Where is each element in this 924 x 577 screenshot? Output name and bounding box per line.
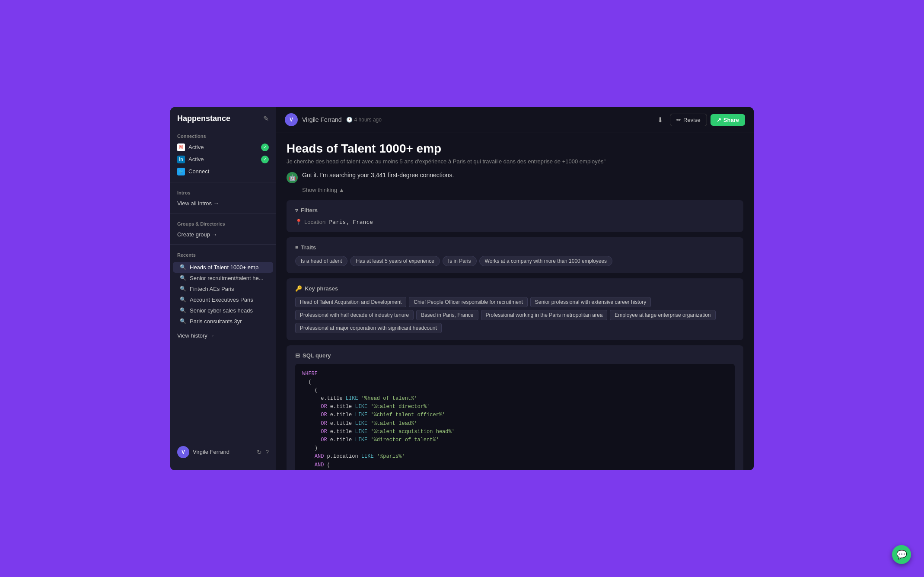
view-history-link[interactable]: View history →	[170, 330, 276, 341]
location-value: Paris, France	[329, 219, 373, 225]
topbar-avatar: V	[285, 113, 298, 126]
location-filter-row: 📍 Location Paris, France	[295, 219, 735, 225]
share-icon: ↗	[717, 117, 721, 123]
phrase-7: Professional at major corporation with s…	[295, 323, 442, 333]
trait-3: Works at a company with more than 1000 e…	[479, 256, 613, 266]
phrase-4: Based in Paris, France	[416, 310, 478, 320]
recent-item-4[interactable]: 🔍 Senior cyber sales heads	[173, 305, 273, 316]
search-icon-0: 🔍	[180, 264, 186, 270]
sidebar-avatar: V	[177, 446, 189, 458]
sidebar: Happenstance ✎ Connections M Active ✓ in…	[170, 107, 276, 470]
phrase-5: Professional working in the Paris metrop…	[481, 310, 608, 320]
key-phrases-title: 🔑 Key phrases	[295, 285, 735, 292]
sidebar-bottom-icons: ↻ ?	[257, 449, 269, 456]
intros-label: Intros	[170, 187, 276, 198]
filters-card: ▿ Filters 📍 Location Paris, France	[287, 200, 743, 232]
trait-2: Is in Paris	[443, 256, 477, 266]
sidebar-connection-gmail[interactable]: M Active ✓	[170, 141, 276, 153]
connections-label: Connections	[170, 130, 276, 141]
twitter-icon: 🐦	[177, 168, 185, 175]
view-all-intros-link[interactable]: View all intros →	[170, 198, 276, 209]
ai-avatar-icon: 🤖	[287, 172, 298, 183]
phrase-0: Head of Talent Acquisition and Developme…	[295, 297, 406, 307]
sql-card: ⊟ SQL query WHERE ( ( e.title LIKE '%hea…	[287, 345, 743, 470]
chevron-up-icon: ▲	[339, 187, 344, 193]
download-button[interactable]: ⬇	[654, 113, 666, 127]
recents-list: 🔍 Heads of Talent 1000+ emp 🔍 Senior rec…	[170, 262, 276, 327]
topbar-time: 🕐 4 hours ago	[346, 117, 382, 123]
traits-card: ≡ Traits Is a head of talent Has at leas…	[287, 237, 743, 273]
page-subtitle: Je cherche des head of talent avec au mo…	[287, 158, 743, 165]
share-label: Share	[723, 117, 739, 123]
main-content: V Virgile Ferrand 🕐 4 hours ago ⬇ ✏ Revi…	[276, 107, 754, 470]
location-key: 📍 Location	[295, 219, 325, 225]
location-icon: 📍	[295, 219, 302, 225]
phrase-6: Employee at large enterprise organizatio…	[610, 310, 715, 320]
search-icon-3: 🔍	[180, 296, 186, 303]
recent-item-1[interactable]: 🔍 Senior recruitment/talent he...	[173, 273, 273, 284]
filters-title: ▿ Filters	[295, 207, 735, 214]
traits-title: ≡ Traits	[295, 244, 735, 251]
trait-1: Has at least 5 years of experience	[350, 256, 440, 266]
history-icon[interactable]: ↻	[257, 449, 262, 456]
traits-list: Is a head of talent Has at least 5 years…	[295, 256, 735, 266]
sidebar-user-name: Virgile Ferrand	[193, 449, 253, 455]
traits-icon: ≡	[295, 244, 299, 251]
filter-icon: ▿	[295, 207, 298, 214]
clock-icon: 🕐	[346, 117, 353, 123]
twitter-label: Connect	[188, 168, 269, 175]
divider-2	[170, 213, 276, 214]
groups-label: Groups & Directories	[170, 218, 276, 229]
phrase-2: Senior professional with extensive caree…	[530, 297, 651, 307]
search-icon-1: 🔍	[180, 275, 186, 281]
divider-1	[170, 182, 276, 182]
phrase-1: Chief People Officer responsible for rec…	[409, 297, 528, 307]
recent-item-2[interactable]: 🔍 Fintech AEs Paris	[173, 284, 273, 294]
top-bar-right: ⬇ ✏ Revise ↗ Share	[654, 113, 745, 127]
key-phrases-list: Head of Talent Acquisition and Developme…	[295, 297, 735, 333]
gmail-status-icon: ✓	[261, 143, 269, 151]
sidebar-bottom: V Virgile Ferrand ↻ ?	[170, 441, 276, 463]
revise-icon: ✏	[676, 117, 681, 123]
recent-item-5[interactable]: 🔍 Paris consultants 3yr	[173, 316, 273, 327]
sql-code-block: WHERE ( ( e.title LIKE '%head of talent%…	[295, 364, 735, 470]
key-icon: 🔑	[295, 285, 302, 292]
help-icon[interactable]: ?	[265, 449, 269, 456]
recent-item-3[interactable]: 🔍 Account Executives Paris	[173, 294, 273, 305]
sql-title: ⊟ SQL query	[295, 352, 735, 359]
sql-icon: ⊟	[295, 352, 300, 359]
search-icon-2: 🔍	[180, 286, 186, 292]
sidebar-header: Happenstance ✎	[170, 114, 276, 130]
create-group-link[interactable]: Create group →	[170, 229, 276, 240]
revise-button[interactable]: ✏ Revise	[670, 114, 707, 126]
topbar-username: Virgile Ferrand	[302, 116, 342, 123]
chat-float-button[interactable]: 💬	[892, 545, 911, 564]
recents-label: Recents	[170, 249, 276, 260]
sidebar-connection-twitter[interactable]: 🐦 Connect	[170, 166, 276, 178]
sidebar-connection-linkedin[interactable]: in Active ✓	[170, 153, 276, 166]
ai-message: 🤖 Got it. I'm searching your 3,441 first…	[287, 172, 743, 183]
edit-icon[interactable]: ✎	[263, 115, 269, 123]
show-thinking-toggle[interactable]: Show thinking ▲	[302, 187, 743, 193]
gmail-icon: M	[177, 143, 185, 151]
linkedin-label: Active	[188, 156, 258, 163]
top-bar-left: V Virgile Ferrand 🕐 4 hours ago	[285, 113, 382, 126]
linkedin-status-icon: ✓	[261, 156, 269, 163]
gmail-label: Active	[188, 144, 258, 150]
linkedin-icon: in	[177, 156, 185, 163]
key-phrases-card: 🔑 Key phrases Head of Talent Acquisition…	[287, 278, 743, 340]
app-logo: Happenstance	[177, 114, 230, 123]
divider-3	[170, 244, 276, 245]
search-icon-4: 🔍	[180, 307, 186, 313]
phrase-3: Professional with half decade of industr…	[295, 310, 414, 320]
recent-item-0[interactable]: 🔍 Heads of Talent 1000+ emp	[173, 262, 273, 273]
trait-0: Is a head of talent	[295, 256, 347, 266]
show-thinking-label: Show thinking	[302, 187, 337, 193]
share-button[interactable]: ↗ Share	[711, 114, 745, 126]
search-icon-5: 🔍	[180, 318, 186, 324]
ai-message-text: Got it. I'm searching your 3,441 first-d…	[302, 172, 454, 179]
top-bar: V Virgile Ferrand 🕐 4 hours ago ⬇ ✏ Revi…	[276, 107, 754, 133]
page-title: Heads of Talent 1000+ emp	[287, 142, 743, 156]
page-body: Heads of Talent 1000+ emp Je cherche des…	[276, 133, 754, 470]
revise-label: Revise	[683, 117, 701, 123]
